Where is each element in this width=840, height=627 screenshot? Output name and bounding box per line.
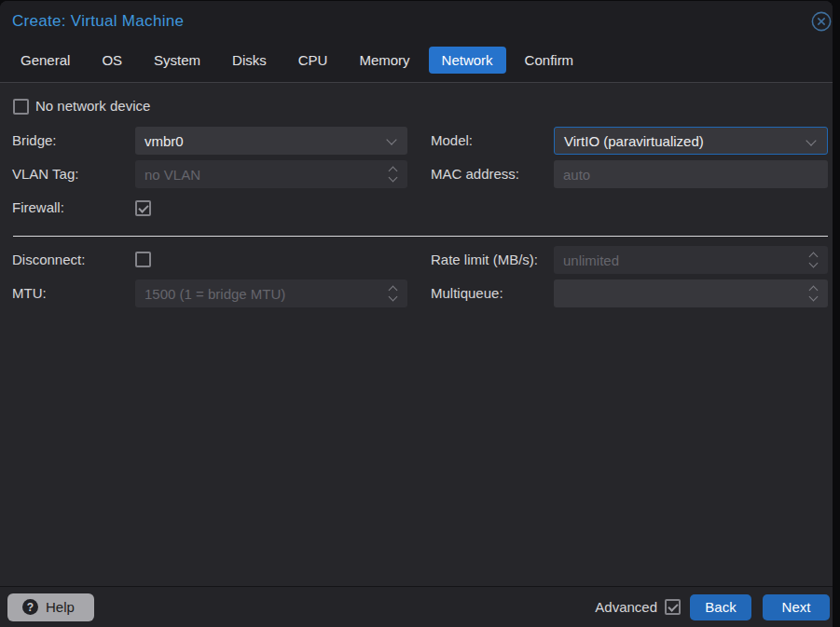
disconnect-label: Disconnect: bbox=[12, 246, 85, 274]
chevron-down-icon[interactable] bbox=[386, 134, 396, 144]
spinner-icon[interactable] bbox=[808, 246, 819, 274]
firewall-checkbox[interactable] bbox=[135, 200, 151, 216]
spinner-icon[interactable] bbox=[388, 279, 399, 307]
no-network-device-label: No network device bbox=[35, 92, 150, 120]
tab-memory[interactable]: Memory bbox=[346, 47, 422, 74]
mac-address-label: MAC address: bbox=[431, 160, 519, 188]
vlan-tag-placeholder: no VLAN bbox=[145, 167, 200, 183]
mtu-placeholder: 1500 (1 = bridge MTU) bbox=[145, 286, 285, 302]
advanced-label: Advanced bbox=[595, 599, 657, 615]
dialog-header: Create: Virtual Machine General OS Syste… bbox=[0, 1, 833, 83]
tab-cpu[interactable]: CPU bbox=[285, 47, 341, 74]
close-icon[interactable] bbox=[811, 11, 832, 32]
multiqueue-label: Multiqueue: bbox=[431, 279, 503, 307]
question-mark-icon: ? bbox=[22, 599, 38, 615]
next-button[interactable]: Next bbox=[763, 594, 830, 620]
vlan-tag-label: VLAN Tag: bbox=[12, 160, 78, 188]
tab-network[interactable]: Network bbox=[429, 47, 506, 74]
mtu-label: MTU: bbox=[12, 279, 47, 307]
tab-disks[interactable]: Disks bbox=[219, 47, 280, 74]
tab-general[interactable]: General bbox=[7, 47, 83, 74]
vlan-tag-input[interactable]: no VLAN bbox=[135, 160, 407, 188]
tab-os[interactable]: OS bbox=[89, 47, 135, 74]
rate-limit-placeholder: unlimited bbox=[563, 252, 619, 268]
rate-limit-input[interactable]: unlimited bbox=[554, 246, 828, 274]
model-combo[interactable]: VirtIO (paravirtualized) bbox=[554, 127, 828, 155]
mac-address-placeholder: auto bbox=[563, 167, 590, 183]
create-vm-dialog: Create: Virtual Machine General OS Syste… bbox=[0, 1, 833, 627]
dialog-footer: ? Help Advanced Back Next bbox=[0, 586, 833, 627]
firewall-label: Firewall: bbox=[12, 194, 64, 222]
tab-confirm[interactable]: Confirm bbox=[512, 47, 587, 74]
help-label: Help bbox=[46, 599, 75, 615]
no-network-device-checkbox[interactable] bbox=[13, 99, 29, 115]
bridge-combo[interactable]: vmbr0 bbox=[135, 127, 407, 155]
help-button[interactable]: ? Help bbox=[7, 593, 94, 621]
model-label: Model: bbox=[431, 127, 473, 155]
tab-system[interactable]: System bbox=[141, 47, 213, 74]
mtu-input[interactable]: 1500 (1 = bridge MTU) bbox=[135, 279, 407, 307]
spinner-icon[interactable] bbox=[388, 160, 399, 188]
bridge-label: Bridge: bbox=[12, 127, 57, 155]
back-button[interactable]: Back bbox=[690, 594, 751, 620]
tab-bar: General OS System Disks CPU Memory Netwo… bbox=[7, 47, 586, 74]
chevron-down-icon[interactable] bbox=[806, 135, 816, 145]
advanced-checkbox[interactable] bbox=[665, 599, 681, 615]
model-value: VirtIO (paravirtualized) bbox=[564, 133, 704, 149]
disconnect-checkbox[interactable] bbox=[135, 252, 151, 267]
multiqueue-input[interactable] bbox=[554, 279, 828, 307]
mac-address-input[interactable]: auto bbox=[554, 160, 828, 188]
spinner-icon[interactable] bbox=[808, 279, 819, 307]
rate-limit-label: Rate limit (MB/s): bbox=[431, 246, 538, 274]
advanced-section-divider bbox=[13, 236, 828, 237]
bridge-value: vmbr0 bbox=[145, 133, 184, 149]
dialog-title: Create: Virtual Machine bbox=[12, 12, 184, 31]
